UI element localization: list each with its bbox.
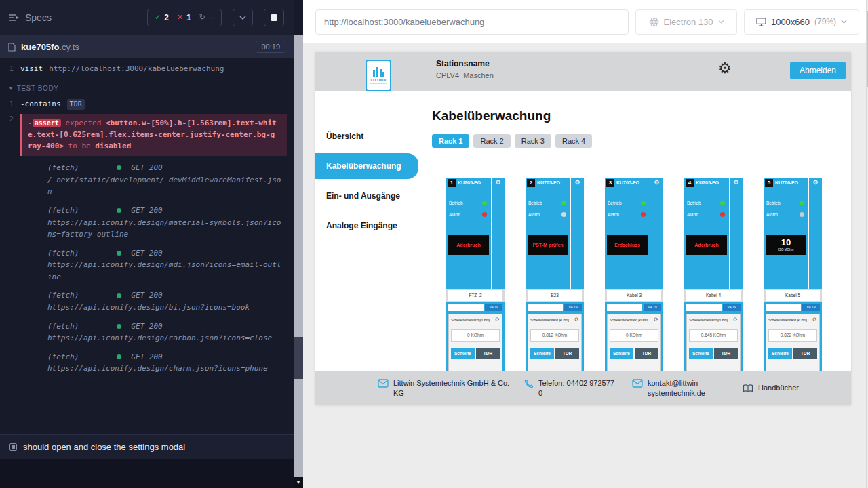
visit-command[interactable]: 1 visit http://localhost:3000/kabelueber… xyxy=(0,61,294,78)
card-settings-button[interactable]: ⚙ xyxy=(650,178,663,188)
fetch-log-entry[interactable]: (fetch) GET 200 https://api.iconify.desi… xyxy=(0,316,294,346)
card-number: 1 xyxy=(448,179,456,187)
refresh-icon[interactable]: ⟳ xyxy=(654,317,658,323)
alarm-led xyxy=(482,212,487,217)
check-icon: ✓ xyxy=(155,13,161,22)
stat-passed: ✓2 xyxy=(155,13,169,22)
app-sidebar: Übersicht Kabelüberwachung Ein- und Ausg… xyxy=(315,91,418,371)
cable-name-band: Kabel 3 xyxy=(605,289,663,302)
gear-icon: ⚙ xyxy=(574,180,580,186)
schleife-button[interactable]: Schleife xyxy=(768,348,792,359)
cable-name-field[interactable]: Kabel 3 xyxy=(607,290,661,301)
card-title: KÜ705-FO xyxy=(696,180,719,185)
assert-command[interactable]: 2 -assert expected <button.w-[50%].h-[1.… xyxy=(0,113,294,157)
specs-menu-button[interactable]: Specs xyxy=(9,12,52,23)
stop-button[interactable] xyxy=(264,9,284,26)
schleife-button[interactable]: Schleife xyxy=(530,348,554,359)
tdr-button[interactable]: TDR xyxy=(476,348,500,359)
contains-argument: TDR xyxy=(67,99,85,110)
collapse-chevron-button[interactable] xyxy=(233,9,253,26)
schleife-button[interactable]: Schleife xyxy=(451,348,475,359)
page-title: Kabelüberwachung xyxy=(432,108,851,123)
tdr-button[interactable]: TDR xyxy=(714,348,738,359)
chevron-down-icon: ▾ xyxy=(9,85,13,92)
alarm-led xyxy=(561,212,566,217)
rack-tab[interactable]: Rack 3 xyxy=(515,134,551,148)
cable-name-band: B23 xyxy=(526,289,584,302)
cable-name-field[interactable]: FTZ_2 xyxy=(448,290,502,301)
collapsed-test-title[interactable]: should open and close the settings modal xyxy=(0,434,294,459)
card-settings-button[interactable]: ⚙ xyxy=(730,178,743,188)
sidebar-item[interactable]: Übersicht xyxy=(315,123,418,149)
card-settings-button[interactable]: ⚙ xyxy=(492,178,505,188)
settings-gear-icon[interactable]: ⚙ xyxy=(718,61,732,76)
fetch-log-entry[interactable]: (fetch) GET 200 https://api.iconify.desi… xyxy=(0,243,294,285)
manuals-link[interactable]: Handbücher xyxy=(743,383,799,393)
card-settings-button[interactable]: ⚙ xyxy=(809,178,822,188)
viewport-select[interactable]: 1000x660 (79%) xyxy=(744,9,859,35)
url-input[interactable] xyxy=(315,9,629,35)
fetch-url: /_next/static/development/_devMiddleware… xyxy=(47,174,284,198)
logout-button[interactable]: Abmelden xyxy=(790,62,846,79)
sidebar-item[interactable]: Ein- und Ausgänge xyxy=(315,183,418,209)
fetch-log-entry[interactable]: (fetch) GET 200 /_next/static/developmen… xyxy=(0,157,294,200)
version-row: V4.19 xyxy=(605,302,663,312)
refresh-icon[interactable]: ⟳ xyxy=(574,317,579,323)
spec-file-icon xyxy=(8,43,16,52)
tdr-button[interactable]: TDR xyxy=(635,348,658,359)
sidebar-item[interactable]: Analoge Eingänge xyxy=(315,213,418,239)
stop-icon xyxy=(271,14,277,21)
contains-command[interactable]: 1 -contains TDR xyxy=(0,96,294,113)
tdr-button[interactable]: TDR xyxy=(555,348,579,359)
cable-name-field[interactable]: Kabel 4 xyxy=(686,290,741,301)
schleife-button[interactable]: Schleife xyxy=(689,348,713,359)
sidebar-item[interactable]: Kabelüberwachung xyxy=(315,153,418,179)
resistance-label: Schleifenwiderstand [kOhm] xyxy=(530,318,569,322)
refresh-icon[interactable]: ⟳ xyxy=(495,317,500,323)
secondary-field[interactable] xyxy=(607,304,642,311)
rack-tab[interactable]: Rack 4 xyxy=(555,134,592,148)
reporter-scrollbar[interactable]: ▼ xyxy=(294,35,303,488)
status-ok-dot xyxy=(117,208,121,213)
secondary-field[interactable] xyxy=(528,304,563,311)
scrollbar-thumb[interactable] xyxy=(294,337,303,379)
fetch-log-entry[interactable]: (fetch) GET 200 https://api.iconify.desi… xyxy=(0,285,294,315)
cable-name-field[interactable]: Kabel 5 xyxy=(766,290,820,301)
rack-tab[interactable]: Rack 2 xyxy=(473,134,510,148)
scroll-down-arrow-icon[interactable]: ▼ xyxy=(294,477,303,488)
tdr-button[interactable]: TDR xyxy=(793,348,817,359)
resistance-value: 0.822 KOhm xyxy=(768,329,817,342)
app-body: Übersicht Kabelüberwachung Ein- und Ausg… xyxy=(315,91,851,371)
status-ok-dot xyxy=(117,165,121,170)
secondary-field[interactable] xyxy=(686,304,722,311)
version-row: V4.19 xyxy=(526,302,584,312)
rack-tab[interactable]: Rack 1 xyxy=(432,134,469,148)
secondary-field[interactable] xyxy=(448,304,484,311)
status-display: 10 ISO MOhm xyxy=(766,235,806,255)
firmware-version-badge: V4.19 xyxy=(564,304,582,311)
refresh-icon[interactable]: ⟳ xyxy=(733,317,738,323)
test-body-toggle[interactable]: ▾ TEST BODY xyxy=(0,78,294,96)
reporter-header: Specs ✓2 ✕1 ↻-- xyxy=(0,0,294,35)
card-title: KÜ705-FO xyxy=(458,180,481,185)
card-settings-button[interactable]: ⚙ xyxy=(571,178,584,188)
fetch-url: https://api.iconify.design/mdi.json?icon… xyxy=(47,259,284,283)
browser-select[interactable]: Electron 130 xyxy=(635,9,737,35)
assert-badge: assert xyxy=(33,119,61,127)
resistance-label: Schleifenwiderstand [kOhm] xyxy=(689,318,728,322)
measurement-panel: Schleifenwiderstand [kOhm] ⟳ 0 KOhm Schl… xyxy=(448,314,502,371)
refresh-icon[interactable]: ⟳ xyxy=(812,317,817,323)
fetch-log-entry[interactable]: (fetch) GET 200 https://api.iconify.desi… xyxy=(0,346,294,377)
fetch-log-entry[interactable]: (fetch) GET 200 https://api.iconify.desi… xyxy=(0,200,294,243)
aut-pane: Electron 130 1000x660 (79%) LITTWIN SYST… xyxy=(303,0,868,488)
secondary-field[interactable] xyxy=(766,304,801,311)
station-info: Stationsname CPLV4_Maschen xyxy=(436,59,494,79)
chevron-down-icon xyxy=(841,20,847,24)
resistance-value: 0 KOhm xyxy=(610,329,658,342)
betrieb-led xyxy=(800,201,804,205)
betrieb-led xyxy=(561,201,566,205)
schleife-button[interactable]: Schleife xyxy=(610,348,633,359)
spec-file-name[interactable]: kue705fo.cy.ts xyxy=(21,42,79,52)
card-title: KÜ705-FO xyxy=(616,180,639,185)
cable-name-field[interactable]: B23 xyxy=(528,290,582,301)
